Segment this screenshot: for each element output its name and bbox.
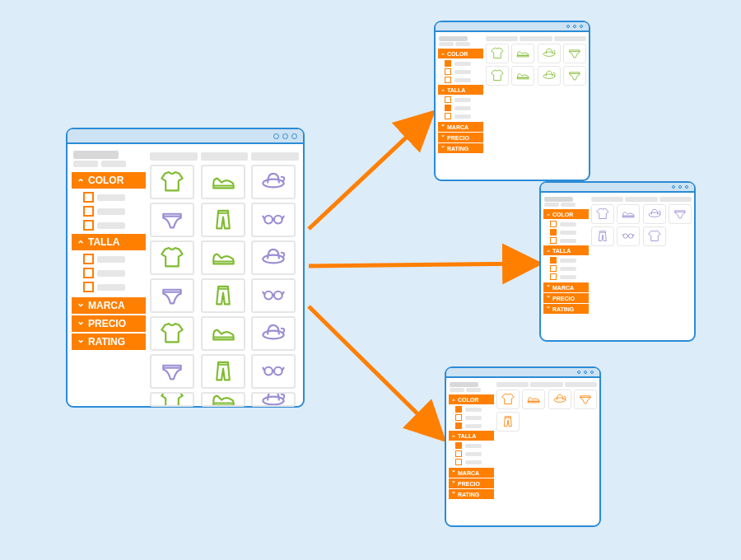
product-shoe-icon[interactable] [201,165,245,199]
checkbox[interactable] [550,273,557,280]
product-pants-icon[interactable] [201,203,245,237]
product-shoe-icon[interactable] [201,316,245,351]
product-pants-icon[interactable] [496,412,520,432]
facet-rating[interactable]: RATING [438,143,483,153]
facet-color[interactable]: COLOR [438,49,483,58]
facet-marca[interactable]: MARCA [72,297,146,314]
product-tshirt-icon[interactable] [496,390,520,409]
product-hat-icon[interactable] [251,240,296,275]
product-glasses-icon[interactable] [251,354,296,389]
product-tshirt-icon[interactable] [150,392,194,407]
product-hat-icon[interactable] [538,66,561,86]
product-glasses-icon[interactable] [617,226,640,246]
facet-rating[interactable]: RATING [543,304,589,314]
checkbox[interactable] [445,68,451,75]
checkbox[interactable] [550,221,557,227]
product-shoe-icon[interactable] [511,44,534,63]
product-pants-icon[interactable] [591,226,614,246]
facet-precio[interactable]: PRECIO [543,293,589,303]
product-tshirt-icon[interactable] [643,226,666,246]
facet-color[interactable]: COLOR [72,172,146,189]
facet-talla[interactable]: TALLA [72,234,146,250]
facet-label: COLOR [447,51,468,57]
chevron-down-icon [546,306,551,312]
product-hat-icon[interactable] [251,392,296,407]
product-hat-icon[interactable] [548,390,571,409]
product-hat-icon[interactable] [643,204,666,224]
checkbox[interactable] [550,257,557,264]
chevron-down-icon [77,300,85,311]
svg-point-3 [263,180,284,188]
checkbox[interactable] [83,192,94,203]
product-shoe-icon[interactable] [522,390,545,409]
product-briefs-icon[interactable] [150,203,194,237]
checkbox[interactable] [550,265,557,272]
facet-precio[interactable]: PRECIO [449,478,494,488]
product-shoe-icon[interactable] [201,392,245,407]
facet-label: RATING [447,146,468,152]
checkbox[interactable] [83,220,94,231]
checkbox[interactable] [83,282,94,292]
checkbox[interactable] [455,442,462,449]
checkbox[interactable] [455,422,462,429]
product-briefs-icon[interactable] [563,44,586,63]
product-tshirt-icon[interactable] [150,316,194,351]
checkbox[interactable] [455,450,462,457]
checkbox[interactable] [550,237,557,244]
facet-color[interactable]: COLOR [543,209,589,219]
product-shoe-icon[interactable] [511,66,534,86]
facet-rating[interactable]: RATING [72,334,146,350]
product-shoe-icon[interactable] [201,240,245,275]
product-briefs-icon[interactable] [150,354,194,389]
checkbox[interactable] [445,60,451,67]
product-area [486,35,586,153]
product-area [591,195,692,314]
product-pants-icon[interactable] [201,354,245,389]
product-shoe-icon[interactable] [617,204,640,224]
facet-label: MARCA [447,124,468,130]
checkbox[interactable] [83,206,94,217]
product-pants-icon[interactable] [201,278,245,313]
checkbox[interactable] [455,406,462,413]
svg-point-5 [274,216,282,224]
facet-marca[interactable]: MARCA [438,122,483,132]
checkbox[interactable] [455,459,462,465]
facet-color[interactable]: COLOR [449,394,494,404]
checkbox[interactable] [445,113,451,119]
product-glasses-icon[interactable] [251,278,296,313]
facet-talla[interactable]: TALLA [438,85,483,95]
product-briefs-icon[interactable] [150,278,194,313]
facet-label: TALLA [552,248,571,254]
product-tshirt-icon[interactable] [150,240,194,275]
facet-precio[interactable]: PRECIO [72,315,146,332]
product-hat-icon[interactable] [538,44,561,63]
product-hat-icon[interactable] [251,165,296,199]
checkbox[interactable] [445,105,451,111]
checkbox[interactable] [550,229,557,236]
product-briefs-icon[interactable] [669,204,692,224]
facet-rating[interactable]: RATING [449,489,494,499]
svg-point-9 [263,331,284,339]
facet-precio[interactable]: PRECIO [438,133,483,142]
facet-talla[interactable]: TALLA [449,431,494,441]
svg-point-11 [274,367,282,376]
product-briefs-icon[interactable] [574,390,597,409]
facet-label: TALLA [447,87,465,93]
facet-marca[interactable]: MARCA [449,468,494,478]
product-hat-icon[interactable] [251,316,296,351]
product-tshirt-icon[interactable] [150,165,194,199]
product-tshirt-icon[interactable] [591,204,614,224]
product-glasses-icon[interactable] [251,203,296,237]
checkbox[interactable] [445,96,451,103]
checkbox[interactable] [455,414,462,421]
checkbox[interactable] [83,254,94,264]
facet-talla[interactable]: TALLA [543,245,589,255]
option-placeholder [97,256,125,263]
product-tshirt-icon[interactable] [486,66,509,86]
window-dot [273,133,279,139]
facet-marca[interactable]: MARCA [543,282,589,292]
product-tshirt-icon[interactable] [486,44,509,63]
checkbox[interactable] [445,77,451,83]
checkbox[interactable] [83,268,94,278]
product-briefs-icon[interactable] [563,66,586,86]
